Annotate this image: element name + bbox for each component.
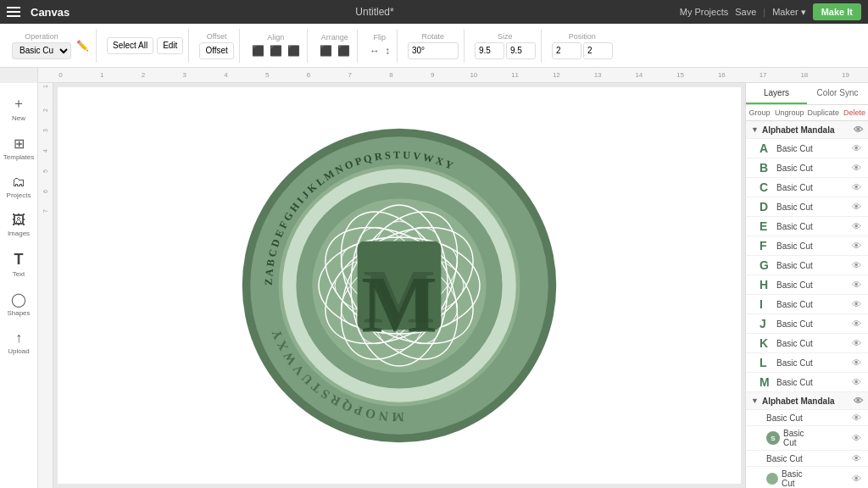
layer-B-eye[interactable]: 👁 <box>852 163 861 173</box>
layer-item-plain-2[interactable]: Basic Cut 👁 <box>746 451 868 467</box>
ungroup-action[interactable]: Ungroup <box>773 105 806 120</box>
group-action[interactable]: Group <box>746 105 773 120</box>
ruler-left: 1 2 3 4 5 6 7 <box>38 83 53 488</box>
layer-item-C[interactable]: C Basic Cut 👁 <box>746 178 868 197</box>
layer-A-eye[interactable]: 👁 <box>852 143 861 153</box>
layers-list[interactable]: ▼ Alphabet Mandala 👁 A Basic Cut 👁 B Bas… <box>746 121 868 488</box>
main-area: ＋ New ⊞ Templates 🗂 Projects 🖼 Images T … <box>0 83 868 488</box>
maker-button[interactable]: Maker ▾ <box>772 7 806 18</box>
flip-v-icon[interactable]: ↕ <box>383 43 392 58</box>
sidebar-item-shapes[interactable]: ◯ Shapes <box>2 286 36 322</box>
layer-item-plain-1[interactable]: Basic Cut 👁 <box>746 410 868 426</box>
canvas-area[interactable]: 1 2 3 4 5 6 7 <box>38 83 745 488</box>
layer-item-K[interactable]: K Basic Cut 👁 <box>746 334 868 353</box>
layer-C-eye[interactable]: 👁 <box>852 182 861 192</box>
edit-button[interactable]: Edit <box>157 37 183 54</box>
align-right-icon[interactable]: ⬛ <box>286 43 302 58</box>
layer-L-eye[interactable]: 👁 <box>852 358 861 368</box>
layer-item-circle-1[interactable]: S Basic Cut 👁 <box>746 426 868 451</box>
ruler-corner <box>0 68 38 83</box>
layer-J-eye[interactable]: 👁 <box>852 319 861 329</box>
layer-item-A[interactable]: A Basic Cut 👁 <box>746 139 868 158</box>
toolbar-flip: Flip ↔ ↕ <box>363 29 398 63</box>
app-title: Untitled* <box>80 6 669 18</box>
layer-item-circle-2[interactable]: Basic Cut 👁 <box>746 467 868 488</box>
layer-plain-2-eye[interactable]: 👁 <box>852 453 861 463</box>
sidebar-item-new[interactable]: ＋ New <box>2 90 36 127</box>
toolbar-operation-item: Operation Basic Cut <box>12 32 71 59</box>
svg-text:M: M <box>361 260 437 350</box>
layer-item-J[interactable]: J Basic Cut 👁 <box>746 314 868 334</box>
toolbar-position: Position <box>547 29 618 63</box>
layer-M-eye[interactable]: 👁 <box>852 377 861 387</box>
operation-select[interactable]: Basic Cut <box>12 42 71 59</box>
my-projects-button[interactable]: My Projects <box>680 7 728 17</box>
duplicate-action[interactable]: Duplicate <box>806 105 842 120</box>
sidebar-item-upload[interactable]: ↑ Upload <box>2 325 36 360</box>
layer-item-F[interactable]: F Basic Cut 👁 <box>746 236 868 256</box>
layer-circle-2-eye[interactable]: 👁 <box>852 474 861 484</box>
layer-item-B[interactable]: B Basic Cut 👁 <box>746 158 868 178</box>
layer-item-M[interactable]: M Basic Cut 👁 <box>746 373 868 392</box>
layer-H-eye[interactable]: 👁 <box>852 280 861 290</box>
tab-layers[interactable]: Layers <box>746 83 807 104</box>
group2-eye-icon[interactable]: 👁 <box>854 396 863 406</box>
layer-item-H[interactable]: H Basic Cut 👁 <box>746 275 868 295</box>
layer-circle-s: S <box>766 431 780 445</box>
group1-eye-icon[interactable]: 👁 <box>854 125 863 135</box>
rotate-input[interactable] <box>408 42 459 59</box>
layer-plain-1-eye[interactable]: 👁 <box>852 413 861 423</box>
layer-K-eye[interactable]: 👁 <box>852 338 861 348</box>
layer-item-G[interactable]: G Basic Cut 👁 <box>746 256 868 275</box>
sidebar-item-projects[interactable]: 🗂 Projects <box>2 169 36 204</box>
layer-E-eye[interactable]: 👁 <box>852 221 861 231</box>
sidebar-item-templates[interactable]: ⊞ Templates <box>2 130 36 166</box>
sidebar-item-text[interactable]: T Text <box>2 246 36 283</box>
size-h-input[interactable] <box>506 42 536 59</box>
layer-D-eye[interactable]: 👁 <box>852 202 861 212</box>
pos-x-input[interactable] <box>552 42 581 59</box>
align-left-icon[interactable]: ⬛ <box>250 43 266 58</box>
toolbar-operation: Operation Basic Cut ✏️ <box>7 29 97 63</box>
templates-icon: ⊞ <box>14 136 25 152</box>
offset-button[interactable]: Offset <box>199 42 234 59</box>
toolbar-rotate: Rotate <box>403 29 465 63</box>
layer-item-D[interactable]: D Basic Cut 👁 <box>746 197 868 217</box>
mandala-design[interactable]: Z A B C D E F G H I J K L M N O P Q R S … <box>238 125 560 446</box>
layer-circle-1-eye[interactable]: 👁 <box>852 433 861 443</box>
layer-I-eye[interactable]: 👁 <box>852 299 861 309</box>
layer-item-L[interactable]: L Basic Cut 👁 <box>746 353 868 373</box>
toolbar-select-all: Select All Edit <box>102 29 189 63</box>
top-nav: Canvas Untitled* My Projects Save | Make… <box>0 0 868 24</box>
select-all-button[interactable]: Select All <box>107 37 153 54</box>
pos-y-input[interactable] <box>583 42 613 59</box>
toolbar: Operation Basic Cut ✏️ Select All Edit O… <box>0 24 868 68</box>
expand-icon-2: ▼ <box>751 396 759 405</box>
pen-icon-btn[interactable]: ✏️ <box>75 38 91 53</box>
make-it-button[interactable]: Make It <box>813 3 861 20</box>
layer-G-eye[interactable]: 👁 <box>852 260 861 270</box>
right-panel: Layers Color Sync Group Ungroup Duplicat… <box>745 83 868 488</box>
sidebar-item-images[interactable]: 🖼 Images <box>2 208 36 242</box>
layer-group-2-header[interactable]: ▼ Alphabet Mandala 👁 <box>746 392 868 410</box>
size-w-input[interactable] <box>475 42 504 59</box>
layer-F-eye[interactable]: 👁 <box>852 241 861 251</box>
upload-icon: ↑ <box>15 330 22 346</box>
layer-circle-2 <box>766 473 778 485</box>
tab-color-sync[interactable]: Color Sync <box>807 83 868 104</box>
layer-item-I[interactable]: I Basic Cut 👁 <box>746 295 868 314</box>
ruler-top: 0 1 2 3 4 5 6 7 8 9 10 11 12 13 14 15 16… <box>0 68 868 83</box>
hamburger-menu[interactable] <box>7 7 20 17</box>
toolbar-align: Align ⬛ ⬛ ⬛ <box>245 29 308 63</box>
arrange-icon[interactable]: ⬛ <box>318 43 334 58</box>
align-center-icon[interactable]: ⬛ <box>268 43 284 58</box>
layer-group-1-header[interactable]: ▼ Alphabet Mandala 👁 <box>746 121 868 139</box>
flip-h-icon[interactable]: ↔ <box>368 43 381 58</box>
canvas-content[interactable]: Z A B C D E F G H I J K L M N O P Q R S … <box>53 83 745 488</box>
save-button[interactable]: Save <box>735 7 756 17</box>
expand-icon: ▼ <box>751 125 759 134</box>
layer-group-1-name: Alphabet Mandala <box>762 125 835 135</box>
arrange-icon2[interactable]: ⬛ <box>336 43 352 58</box>
layer-item-E[interactable]: E Basic Cut 👁 <box>746 217 868 236</box>
delete-action[interactable]: Delete <box>841 105 868 120</box>
